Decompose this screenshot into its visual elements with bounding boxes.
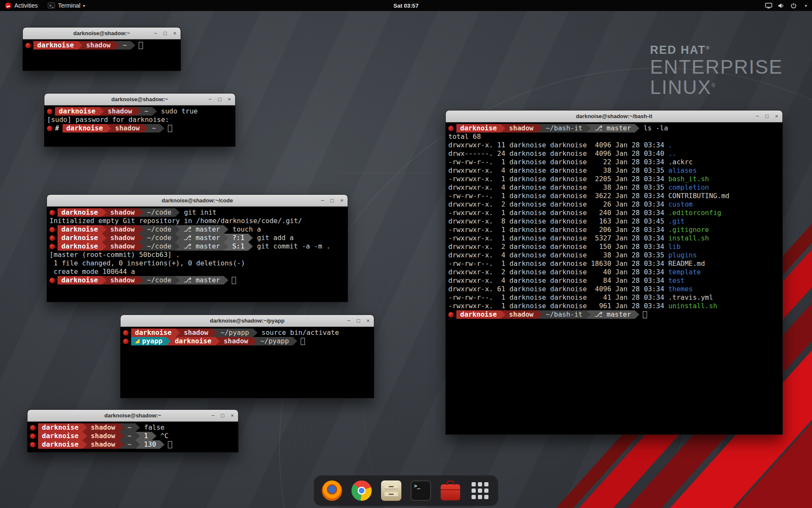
- terminal-content[interactable]: darknoiseshadow~/code git initInitialize…: [47, 207, 348, 302]
- redhat-icon: [448, 312, 454, 318]
- terminal-window: darknoise@shadow:~/bash-it−□×darknoisesh…: [445, 110, 783, 435]
- segment-arrow-icon: [175, 234, 180, 242]
- terminal-content[interactable]: darknoiseshadow~/pyapp source bin/activa…: [121, 327, 374, 398]
- prompt-segment-git: ⎇ master: [180, 242, 224, 251]
- volume-icon[interactable]: [778, 3, 785, 9]
- file-meta: -rw-rw-r--. 1 darknoise darknoise 18630 …: [448, 260, 668, 268]
- minimize-button[interactable]: −: [347, 318, 351, 323]
- power-icon[interactable]: [790, 3, 797, 9]
- terminal-line: drwxrwxr-x. 2 darknoise darknoise 40 Jan…: [448, 268, 782, 276]
- close-button[interactable]: ×: [775, 113, 778, 119]
- segment-arrow-icon: [175, 225, 180, 234]
- close-button[interactable]: ×: [228, 97, 231, 102]
- prompt-segment-path: ~: [124, 432, 136, 440]
- window-title: darknoise@shadow:~: [73, 30, 130, 36]
- command-text: git init: [180, 208, 217, 217]
- prompt-segment-venv: pyapp: [131, 337, 166, 345]
- maximize-button[interactable]: □: [331, 198, 334, 203]
- redhat-icon: [49, 210, 55, 215]
- display-icon[interactable]: [765, 3, 772, 8]
- dock-terminal[interactable]: >_: [410, 480, 431, 501]
- clock[interactable]: Sat 03:57: [393, 3, 418, 9]
- window-titlebar[interactable]: darknoise@shadow:~/code−□×: [47, 195, 348, 207]
- segment-arrow-icon: [78, 41, 82, 50]
- window-titlebar[interactable]: darknoise@shadow:~/pyapp−□×: [121, 315, 374, 327]
- segment-arrow-icon: [501, 310, 505, 319]
- prompt-segment-path: ~: [141, 107, 153, 116]
- file-name: lib: [668, 243, 680, 251]
- terminal-content[interactable]: darknoiseshadow~/bash-it⎇ master ls -lat…: [446, 122, 782, 434]
- prompt-segment-status: S:1: [228, 242, 248, 251]
- terminal-app-icon: >_: [48, 3, 55, 8]
- app-menu-button[interactable]: >_ Terminal ▾: [43, 0, 90, 11]
- terminal-content[interactable]: darknoiseshadow~: [23, 39, 181, 71]
- chevron-down-icon[interactable]: ▾: [805, 3, 807, 8]
- window-controls: −□×: [756, 110, 778, 122]
- segment-arrow-icon: [224, 276, 228, 284]
- window-controls: −□×: [154, 28, 176, 39]
- terminal-line: drwxrwxr-x. 8 darknoise darknoise 163 Ja…: [448, 217, 782, 226]
- system-menu[interactable]: ▾: [765, 0, 812, 11]
- maximize-button[interactable]: □: [164, 30, 167, 36]
- prompt-segment-path: ~/code: [143, 242, 176, 251]
- minimize-button[interactable]: −: [321, 198, 324, 203]
- dock-toolbox[interactable]: [440, 480, 461, 501]
- prompt-segment-host: shadow: [220, 337, 252, 345]
- terminal-icon: >_: [411, 480, 431, 501]
- prompt-segment-host: shadow: [111, 124, 143, 133]
- redhat-icon: [47, 109, 52, 114]
- close-button[interactable]: ×: [173, 30, 176, 36]
- prompt-segment-user: darknoise: [58, 276, 102, 284]
- close-button[interactable]: ×: [230, 413, 234, 418]
- window-titlebar[interactable]: darknoise@shadow:~/bash-it−□×: [446, 110, 782, 122]
- maximize-button[interactable]: □: [357, 318, 360, 323]
- segment-arrow-icon: [212, 329, 217, 337]
- prompt-segment-host: shadow: [82, 41, 115, 50]
- prompt-segment-git: ⎇ master: [180, 234, 224, 242]
- maximize-button[interactable]: □: [765, 113, 769, 119]
- file-meta: drwxrwxr-x. 2 darknoise darknoise 150 Ja…: [448, 243, 668, 251]
- segment-arrow-icon: [224, 242, 228, 251]
- terminal-line: drwxrwxr-x. 2 darknoise darknoise 150 Ja…: [448, 243, 782, 251]
- segment-arrow-icon: [139, 276, 143, 284]
- redhat-icon: [49, 235, 55, 241]
- file-name: install.sh: [668, 234, 709, 242]
- minimize-button[interactable]: −: [211, 413, 215, 418]
- terminal-content[interactable]: darknoiseshadow~ sudo true[sudo] passwor…: [44, 105, 235, 146]
- window-titlebar[interactable]: darknoise@shadow:~−□×: [44, 94, 235, 105]
- window-controls: −□×: [208, 94, 231, 105]
- dock-firefox[interactable]: [321, 480, 343, 501]
- prompt-segment-user: darknoise: [38, 440, 82, 449]
- window-titlebar[interactable]: darknoise@shadow:~−□×: [27, 410, 238, 422]
- terminal-line: [sudo] password for darknoise:: [47, 116, 235, 124]
- terminal-line: pyappdarknoiseshadow~/pyapp: [123, 337, 374, 345]
- file-name: plugins: [668, 251, 697, 259]
- close-button[interactable]: ×: [340, 198, 343, 203]
- dock-files[interactable]: [381, 480, 402, 501]
- close-button[interactable]: ×: [366, 318, 370, 323]
- file-meta: drwxrwxr-x. 8 darknoise darknoise 163 Ja…: [448, 217, 668, 225]
- segment-arrow-icon: [252, 337, 257, 345]
- segment-arrow-icon: [115, 41, 119, 50]
- maximize-button[interactable]: □: [221, 413, 225, 418]
- prompt-segment-host: shadow: [87, 440, 119, 449]
- segment-arrow-icon: [152, 107, 157, 116]
- redhat-icon: [123, 339, 129, 344]
- segment-arrow-icon: [501, 124, 505, 133]
- maximize-button[interactable]: □: [218, 97, 222, 102]
- activities-button[interactable]: Activities: [0, 0, 43, 11]
- segment-arrow-icon: [139, 234, 143, 242]
- grid-dot: [484, 495, 488, 499]
- toolbox-lid: [441, 489, 460, 490]
- dock-app-grid[interactable]: [469, 480, 491, 501]
- terminal-line: drwxrwxr-x. 4 darknoise darknoise 38 Jan…: [448, 166, 782, 175]
- window-titlebar[interactable]: darknoise@shadow:~−□×: [23, 28, 181, 39]
- minimize-button[interactable]: −: [208, 97, 212, 102]
- file-meta: -rw-rw-r--. 1 darknoise darknoise 22 Jan…: [448, 158, 668, 166]
- prompt-segment-path: ~: [124, 423, 136, 432]
- minimize-button[interactable]: −: [756, 113, 759, 119]
- minimize-button[interactable]: −: [154, 30, 157, 36]
- dock-chrome[interactable]: [351, 480, 372, 501]
- terminal-content[interactable]: darknoiseshadow~ falsedarknoiseshadow~1 …: [27, 422, 238, 452]
- prompt-segment-host: shadow: [180, 329, 212, 337]
